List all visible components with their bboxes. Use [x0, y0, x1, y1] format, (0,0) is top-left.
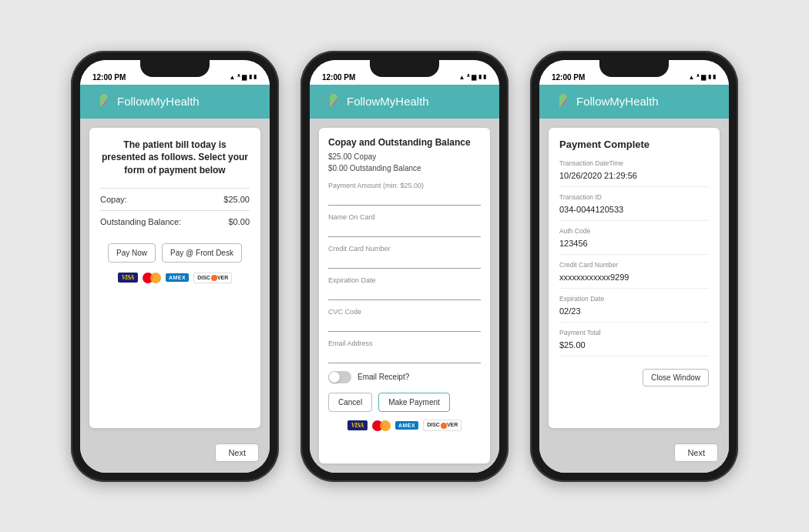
bill-card: The patient bill today is presented as f…: [89, 128, 260, 428]
transaction-datetime-label: Transaction DateTime: [559, 159, 709, 167]
cancel-button[interactable]: Cancel: [328, 393, 372, 412]
copay-label: Copay:: [100, 195, 127, 204]
copay-line1: $25.00 Copay: [328, 151, 481, 162]
cvc-code-input[interactable]: [328, 320, 481, 332]
close-window-button[interactable]: Close Window: [643, 369, 709, 386]
copay-line2: $0.00 Outstanding Balance: [328, 162, 481, 174]
outstanding-row: Outstanding Balance: $0.00: [100, 210, 250, 233]
pay-front-desk-button[interactable]: Pay @ Front Desk: [162, 243, 242, 263]
next-btn-area-1: Next: [80, 437, 270, 473]
discover-icon-2: DISCVER: [423, 420, 462, 430]
payment-amount-field: Payment Amount (min: $25.00): [328, 182, 481, 206]
status-time-2: 12:00 PM: [322, 73, 355, 82]
phone-3: 12:00 PM ▲ ᵜ ▇ ▮▮ FollowMyHealth Payment…: [530, 51, 738, 482]
copay-card: Copay and Outstanding Balance $25.00 Cop…: [319, 128, 490, 463]
name-on-card-field: Name On Card: [328, 213, 481, 237]
transaction-id-value: 034-0044120533: [559, 205, 623, 214]
payment-card-icons-2: VISA AMEX DISCVER: [328, 420, 481, 432]
copay-row: Copay: $25.00: [100, 188, 250, 210]
mastercard-icon-2: [372, 420, 391, 432]
auth-code-value: 123456: [559, 239, 588, 248]
expiration-date-field: Expiration Date: [328, 276, 481, 300]
transaction-datetime-row: Transaction DateTime 10/26/2020 21:29:56: [559, 159, 709, 187]
next-button-3[interactable]: Next: [674, 443, 718, 462]
app-header-2: FollowMyHealth: [310, 85, 499, 119]
app-title-3: FollowMyHealth: [576, 95, 659, 108]
status-time-1: 12:00 PM: [92, 73, 126, 82]
status-icons-3: ▲ ᵜ ▇ ▮▮: [688, 74, 717, 82]
auth-code-row: Auth Code 123456: [559, 227, 709, 255]
name-on-card-label: Name On Card: [328, 213, 481, 221]
status-icons-2: ▲ ᵜ ▇ ▮▮: [458, 74, 487, 82]
payment-total-value: $25.00: [559, 340, 586, 350]
notch-2: [370, 60, 439, 77]
credit-card-number-row: Credit Card Number xxxxxxxxxxxx9299: [559, 261, 709, 289]
toggle-knob: [329, 372, 340, 383]
payment-amount-input[interactable]: [328, 193, 481, 206]
app-header-1: FollowMyHealth: [80, 85, 270, 119]
make-payment-button[interactable]: Make Payment: [378, 393, 450, 412]
logo-heart-3: [549, 91, 570, 112]
pay-now-button[interactable]: Pay Now: [108, 243, 156, 263]
expiration-date-label-3: Expiration Date: [559, 295, 709, 303]
email-address-input[interactable]: [328, 351, 481, 363]
name-on-card-input[interactable]: [328, 225, 481, 237]
app-title-2: FollowMyHealth: [347, 95, 429, 108]
outstanding-value: $0.00: [228, 217, 250, 226]
payment-card-icons-1: VISA AMEX DISCVER: [100, 272, 250, 284]
copay-card-title: Copay and Outstanding Balance: [328, 137, 481, 148]
app-title-1: FollowMyHealth: [117, 95, 200, 108]
transaction-id-row: Transaction ID 034-0044120533: [559, 193, 709, 221]
pay-buttons: Pay Now Pay @ Front Desk: [100, 243, 250, 263]
outstanding-label: Outstanding Balance:: [100, 217, 181, 226]
copay-action-buttons: Cancel Make Payment: [328, 393, 481, 412]
expiration-date-row: Expiration Date 02/23: [559, 295, 709, 323]
payment-complete-card: Payment Complete Transaction DateTime 10…: [549, 128, 720, 428]
discover-icon: DISCVER: [193, 273, 232, 283]
status-icons-1: ▲ ᵜ ▇ ▮▮: [229, 74, 257, 82]
visa-icon: VISA: [118, 273, 138, 283]
phone-content-2: Copay and Outstanding Balance $25.00 Cop…: [310, 119, 499, 473]
next-button-1[interactable]: Next: [215, 443, 259, 462]
email-receipt-toggle[interactable]: [328, 371, 351, 383]
credit-card-number-input[interactable]: [328, 256, 481, 269]
expiration-date-input[interactable]: [328, 288, 481, 300]
next-btn-area-3: Next: [539, 437, 729, 473]
bill-title: The patient bill today is presented as f…: [100, 139, 250, 177]
mastercard-icon: [143, 272, 161, 284]
notch-3: [599, 60, 669, 77]
credit-card-number-field: Credit Card Number: [328, 245, 481, 269]
cvc-code-field: CVC Code: [328, 308, 481, 332]
auth-code-label: Auth Code: [559, 227, 709, 235]
payment-total-row: Payment Total $25.00: [559, 329, 709, 356]
email-receipt-row: Email Receipt?: [328, 371, 481, 383]
phones-container: 12:00 PM ▲ ᵜ ▇ ▮▮ FollowMyHealth The pat…: [55, 35, 754, 497]
phone-content-3: Payment Complete Transaction DateTime 10…: [539, 119, 729, 437]
expiration-date-label: Expiration Date: [328, 276, 481, 284]
amex-icon: AMEX: [166, 273, 189, 282]
expiration-date-value: 02/23: [559, 306, 581, 316]
credit-card-number-value: xxxxxxxxxxxx9299: [559, 273, 629, 282]
phone-content-1: The patient bill today is presented as f…: [80, 119, 270, 437]
logo-heart-1: [89, 91, 111, 112]
copay-subtitles: $25.00 Copay $0.00 Outstanding Balance: [328, 151, 481, 174]
payment-complete-title: Payment Complete: [559, 139, 709, 150]
visa-icon-2: VISA: [347, 420, 368, 430]
app-header-3: FollowMyHealth: [539, 85, 729, 119]
email-address-field: Email Address: [328, 340, 481, 363]
email-receipt-label: Email Receipt?: [358, 373, 409, 381]
copay-value: $25.00: [223, 195, 250, 204]
phone-2: 12:00 PM ▲ ᵜ ▇ ▮▮ FollowMyHealth Copay a…: [300, 51, 509, 482]
notch-1: [140, 60, 210, 77]
amex-icon-2: AMEX: [395, 421, 418, 430]
transaction-datetime-value: 10/26/2020 21:29:56: [559, 171, 637, 180]
credit-card-number-label-3: Credit Card Number: [559, 261, 709, 269]
phone-1: 12:00 PM ▲ ᵜ ▇ ▮▮ FollowMyHealth The pat…: [71, 51, 279, 482]
logo-heart-2: [319, 91, 341, 112]
cvc-code-label: CVC Code: [328, 308, 481, 316]
payment-total-label: Payment Total: [559, 329, 709, 336]
email-address-label: Email Address: [328, 340, 481, 347]
status-time-3: 12:00 PM: [552, 73, 585, 82]
payment-amount-label: Payment Amount (min: $25.00): [328, 182, 481, 189]
transaction-id-label: Transaction ID: [559, 193, 709, 201]
